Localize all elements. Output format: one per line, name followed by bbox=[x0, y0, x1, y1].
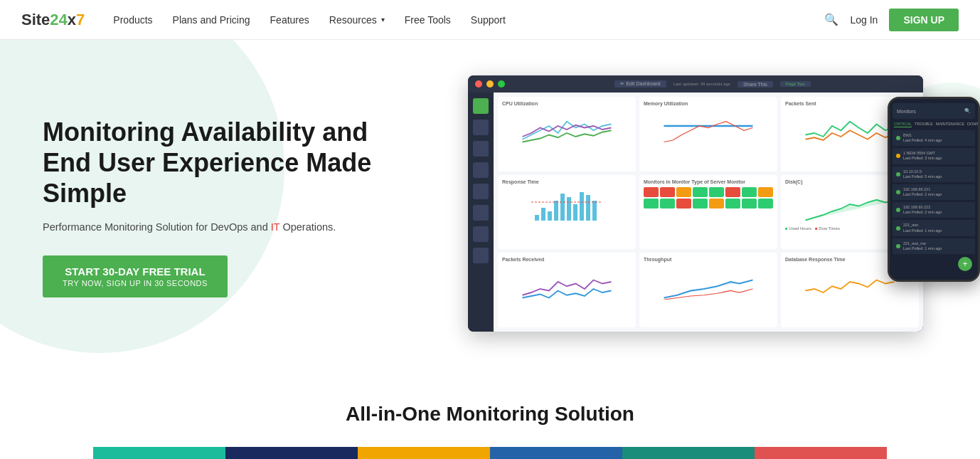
sidebar-icon-4[interactable] bbox=[473, 184, 489, 199]
heatmap-cell bbox=[693, 199, 708, 209]
heatmap-cell bbox=[709, 187, 724, 197]
response-time-chart bbox=[502, 186, 632, 222]
phone-list-item[interactable]: 192.168.66.221Last Polled: 2 min ago bbox=[893, 184, 975, 200]
sidebar-home-icon[interactable] bbox=[473, 98, 489, 114]
aio-card-realuser[interactable]: Real User bbox=[755, 447, 887, 459]
heatmap-cell bbox=[660, 187, 675, 197]
status-dot bbox=[896, 208, 900, 212]
logo[interactable]: Site24x7 bbox=[21, 11, 85, 29]
last-updated: Last updated: 49 seconds ago bbox=[673, 82, 730, 86]
nav-plans[interactable]: Plans and Pricing bbox=[173, 14, 250, 26]
monitor-item-text: 221_test_meLast Polled: 1 min ago bbox=[903, 241, 942, 251]
throughput-card: Throughput bbox=[639, 253, 777, 327]
monitors-type-card: Monitors in Monitor Type of Server Monit… bbox=[639, 175, 777, 250]
packets-received-chart bbox=[502, 264, 632, 300]
dashboard-edit-btn[interactable]: ✏ Edit Dashboard bbox=[614, 80, 666, 88]
nav-freetools[interactable]: Free Tools bbox=[405, 14, 451, 26]
search-icon[interactable]: 🔍 bbox=[824, 13, 838, 26]
monitors-type-title: Monitors in Monitor Type of Server Monit… bbox=[644, 179, 773, 184]
aio-card-server[interactable]: Server bbox=[225, 447, 358, 459]
memory-card-title: Memory Utilization bbox=[644, 101, 773, 106]
phone-tab-trouble[interactable]: TROUBLE bbox=[915, 122, 933, 127]
phone-list-item[interactable]: 192.168.60.222Last Polled: 2 min ago bbox=[893, 202, 975, 218]
hero-subtitle: Performance Monitoring Solution for DevO… bbox=[43, 220, 384, 236]
window-minimize-dot bbox=[486, 80, 494, 88]
svg-rect-4 bbox=[554, 201, 558, 221]
dashboard-mockup: ✏ Edit Dashboard Last updated: 49 second… bbox=[468, 75, 923, 332]
sidebar-icon-5[interactable] bbox=[473, 205, 489, 221]
share-this-btn[interactable]: Share This bbox=[737, 81, 773, 88]
sidebar-icon-1[interactable] bbox=[473, 120, 489, 135]
status-dot bbox=[896, 226, 900, 231]
aio-cards: 🌐 Website Server Cloud bbox=[28, 447, 952, 459]
aio-title: All-in-One Monitoring Solution bbox=[28, 403, 952, 426]
sidebar-icon-3[interactable] bbox=[473, 162, 489, 178]
nav-right: 🔍 Log In SIGN UP bbox=[824, 9, 959, 31]
heatmap-cell bbox=[758, 187, 773, 197]
heatmap-cell bbox=[660, 199, 675, 209]
throughput-title: Throughput bbox=[644, 257, 773, 262]
login-button[interactable]: Log In bbox=[850, 14, 878, 26]
heatmap-cell bbox=[725, 187, 740, 197]
logo-x: x bbox=[68, 11, 76, 28]
heatmap-cell bbox=[676, 199, 691, 209]
heatmap-cell bbox=[693, 187, 708, 197]
phone-list-item[interactable]: 10.10.10.5Last Polled: 5 min ago bbox=[893, 167, 975, 182]
signup-button[interactable]: SIGN UP bbox=[889, 9, 959, 31]
svg-rect-1 bbox=[535, 215, 539, 221]
cta-button[interactable]: START 30-DAY FREE TRIAL TRY NOW, SIGN UP… bbox=[43, 255, 228, 297]
aio-card-application[interactable]: </> Application bbox=[622, 447, 755, 459]
phone-list-item[interactable]: 1 NEW 0554 GMTLast Polled: 3 min ago bbox=[893, 148, 975, 164]
aio-card-cloud[interactable]: Cloud bbox=[358, 447, 490, 459]
it-text: IT bbox=[271, 221, 280, 233]
window-close-dot bbox=[475, 80, 482, 88]
phone-fab-button[interactable]: + bbox=[958, 257, 972, 271]
packets-received-title: Packets Received bbox=[502, 257, 632, 262]
nav-links: Products Plans and Pricing Features Reso… bbox=[113, 14, 824, 26]
navbar: Site24x7 Products Plans and Pricing Feat… bbox=[0, 0, 980, 40]
hero-title: Monitoring Availability and End User Exp… bbox=[43, 117, 384, 209]
phone-list-item[interactable]: BW1Last Polled: 4 min ago bbox=[893, 130, 975, 146]
status-dot bbox=[896, 244, 900, 248]
status-dot bbox=[896, 154, 900, 158]
monitor-item-text: 192.168.60.222Last Polled: 2 min ago bbox=[903, 205, 942, 215]
sidebar-icon-7[interactable] bbox=[473, 248, 489, 263]
heatmap-cell bbox=[742, 187, 757, 197]
sidebar-icon-2[interactable] bbox=[473, 141, 489, 157]
phone-list-item[interactable]: 221_test_meLast Polled: 1 min ago bbox=[893, 238, 975, 254]
phone-search-icon[interactable]: 🔍 bbox=[964, 108, 971, 114]
nav-features[interactable]: Features bbox=[270, 14, 309, 26]
page-tips-btn[interactable]: Page Tips bbox=[780, 81, 811, 87]
cta-line1: START 30-DAY FREE TRIAL bbox=[63, 265, 208, 278]
phone-list-item[interactable]: 221_testLast Polled: 1 min ago bbox=[893, 220, 975, 236]
phone-tab-maintenance[interactable]: MAINTENANCE bbox=[936, 122, 964, 127]
nav-support[interactable]: Support bbox=[471, 14, 506, 26]
sidebar-icon-6[interactable] bbox=[473, 226, 489, 242]
response-time-title: Response Time bbox=[502, 179, 632, 184]
monitor-item-text: 1 NEW 0554 GMTLast Polled: 3 min ago bbox=[903, 151, 942, 161]
phone-tab-down[interactable]: DOWN bbox=[967, 122, 979, 127]
aio-card-network[interactable]: Network bbox=[490, 447, 622, 459]
phone-screen: Monitors 🔍 CRITICAL TROUBLE MAINTENANCE … bbox=[890, 99, 978, 280]
status-dot bbox=[896, 190, 900, 194]
logo-site: Site bbox=[21, 11, 50, 28]
svg-rect-10 bbox=[592, 201, 597, 221]
heatmap-cell bbox=[758, 199, 773, 209]
phone-tab-critical[interactable]: CRITICAL bbox=[894, 122, 912, 127]
nav-resources[interactable]: Resources ▾ bbox=[329, 14, 385, 26]
phone-app-name: Monitors bbox=[897, 109, 916, 114]
aio-section: All-in-One Monitoring Solution 🌐 Website… bbox=[0, 374, 980, 459]
heatmap-cell bbox=[709, 199, 724, 209]
aio-card-website[interactable]: 🌐 Website bbox=[93, 447, 225, 459]
monitor-item-text: BW1Last Polled: 4 min ago bbox=[903, 133, 942, 143]
nav-products[interactable]: Products bbox=[113, 14, 152, 26]
phone-topbar: Monitors 🔍 bbox=[893, 103, 975, 119]
svg-rect-6 bbox=[567, 197, 571, 221]
svg-rect-5 bbox=[560, 194, 565, 221]
dashboard-body: CPU Utilization Memory Utilization bbox=[468, 93, 923, 332]
hero-section: Monitoring Availability and End User Exp… bbox=[0, 40, 980, 374]
monitor-item-text: 221_testLast Polled: 1 min ago bbox=[903, 223, 942, 233]
packets-received-card: Packets Received bbox=[498, 253, 636, 327]
response-time-card: Response Time bbox=[498, 175, 636, 250]
status-dot bbox=[896, 172, 900, 176]
